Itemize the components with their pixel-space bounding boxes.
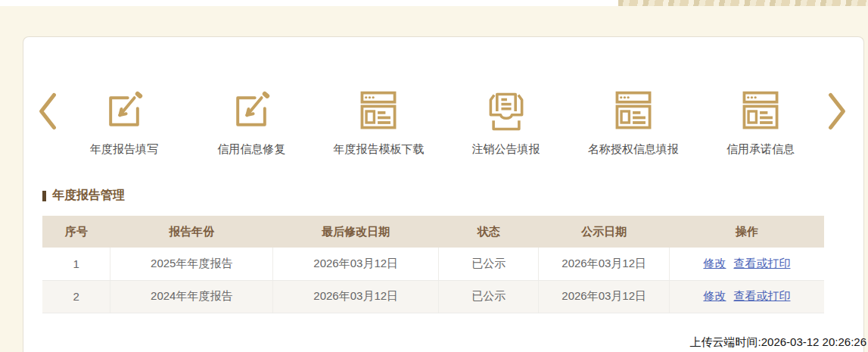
section-title: 年度报告管理 — [42, 188, 863, 204]
column-header: 最后修改日期 — [273, 216, 439, 248]
edit-icon — [101, 88, 147, 135]
carousel-item[interactable]: 年度报告填写 — [61, 88, 188, 157]
carousel-item-label: 名称授权信息填报 — [588, 142, 679, 157]
webpage-icon — [356, 88, 401, 135]
carousel-item[interactable]: 信用承诺信息 — [697, 88, 824, 157]
section-marker-icon — [42, 191, 46, 201]
cell-status: 已公示 — [439, 248, 539, 280]
view-or-print-link[interactable]: 查看或打印 — [733, 257, 790, 269]
section-title-text: 年度报告管理 — [52, 188, 125, 204]
carousel-item[interactable]: 年度报告模板下载 — [315, 88, 442, 157]
annual-report-table-wrap: 序号报告年份最后修改日期状态公示日期操作 12025年年度报告2026年03月1… — [42, 216, 824, 313]
webpage-icon — [611, 88, 656, 135]
column-header: 状态 — [439, 216, 539, 248]
inbox-icon — [484, 88, 529, 135]
cell-status: 已公示 — [439, 280, 539, 313]
column-header: 操作 — [669, 216, 824, 248]
cell-actions: 修改查看或打印 — [669, 248, 824, 280]
cell-index: 2 — [42, 280, 110, 313]
upload-time-label: 上传云端时间:2026-03-12 20:26:26 — [690, 335, 866, 350]
carousel-item-label: 信用信息修复 — [217, 142, 285, 157]
carousel-item[interactable]: 注销公告填报 — [443, 88, 570, 157]
cell-modified-date: 2026年03月12日 — [273, 248, 439, 280]
carousel-item-label: 注销公告填报 — [472, 142, 540, 157]
carousel-item-label: 年度报告模板下载 — [333, 142, 424, 157]
feature-carousel: 年度报告填写 信用信息修复 年度报告模板下载 — [23, 37, 863, 157]
edit-icon — [229, 88, 274, 135]
column-header: 公示日期 — [539, 216, 670, 248]
carousel-items: 年度报告填写 信用信息修复 年度报告模板下载 — [61, 88, 824, 157]
banner-texture — [618, 0, 868, 6]
carousel-item[interactable]: 名称授权信息填报 — [570, 88, 697, 157]
modify-link[interactable]: 修改 — [703, 257, 726, 269]
carousel-prev-button[interactable] — [35, 88, 61, 135]
cell-publish-date: 2026年03月12日 — [539, 248, 670, 280]
carousel-next-button[interactable] — [824, 88, 850, 135]
column-header: 序号 — [42, 216, 110, 248]
cell-publish-date: 2026年03月12日 — [539, 280, 670, 313]
table-header-row: 序号报告年份最后修改日期状态公示日期操作 — [42, 216, 824, 248]
carousel-item-label: 信用承诺信息 — [726, 142, 795, 157]
webpage-icon — [738, 88, 783, 135]
cell-report-year: 2025年年度报告 — [110, 248, 273, 280]
modify-link[interactable]: 修改 — [703, 289, 726, 302]
cell-actions: 修改查看或打印 — [669, 280, 824, 313]
top-banner-strip — [0, 0, 868, 6]
cell-index: 1 — [42, 248, 110, 280]
carousel-item-label: 年度报告填写 — [90, 142, 158, 157]
content-card: 年度报告填写 信用信息修复 年度报告模板下载 — [23, 36, 864, 352]
annual-report-table: 序号报告年份最后修改日期状态公示日期操作 12025年年度报告2026年03月1… — [42, 216, 824, 313]
cell-report-year: 2024年年度报告 — [110, 280, 273, 313]
table-body: 12025年年度报告2026年03月12日已公示2026年03月12日修改查看或… — [42, 248, 824, 313]
column-header: 报告年份 — [110, 216, 273, 248]
view-or-print-link[interactable]: 查看或打印 — [733, 289, 790, 302]
table-row: 22024年年度报告2026年03月12日已公示2026年03月12日修改查看或… — [42, 280, 824, 313]
carousel-item[interactable]: 信用信息修复 — [188, 88, 315, 157]
table-row: 12025年年度报告2026年03月12日已公示2026年03月12日修改查看或… — [42, 248, 824, 280]
cell-modified-date: 2026年03月12日 — [273, 280, 439, 313]
